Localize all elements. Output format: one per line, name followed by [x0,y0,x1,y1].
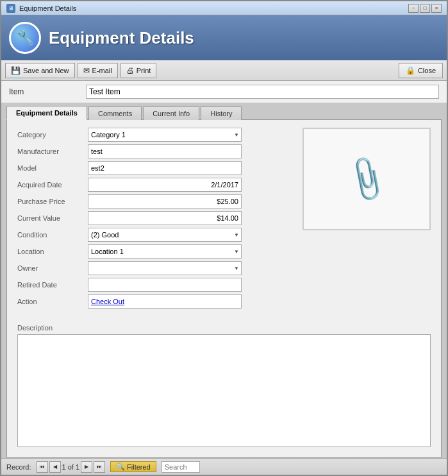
purchase-price-input[interactable] [88,194,242,208]
check-out-link[interactable]: Check Out [91,298,124,305]
email-label: E-mail [92,67,112,74]
close-window-button[interactable]: × [431,4,442,13]
print-label: Print [137,67,151,74]
location-select-wrapper: Location 1 Location 2 [88,244,242,259]
action-field: Check Out [88,294,242,309]
restore-button[interactable]: □ [420,4,430,13]
tab-current-info[interactable]: Current Info [143,106,199,120]
close-button[interactable]: 🔒 Close [399,63,443,78]
minimize-button[interactable]: − [408,4,419,13]
toolbar: 💾 Save and New ✉ E-mail 🖨 Print 🔒 Close [1,60,447,81]
item-label: Item [9,87,86,96]
condition-select[interactable]: (1) Poor (2) Good (3) Excellent [88,228,242,242]
acquired-date-label: Acquired Date [17,181,88,189]
window-icon: 🖥 [6,4,15,13]
paperclip-icon: 📎 [340,153,394,205]
print-icon: 🖨 [126,66,134,75]
location-label: Location [17,248,88,255]
record-label: Record: [6,463,31,471]
header-title: Equipment Details [49,28,194,48]
model-input[interactable] [88,161,242,175]
manufacturer-input[interactable] [88,144,242,158]
condition-row: Condition (1) Poor (2) Good (3) Excellen… [17,228,292,242]
tab-equipment-details[interactable]: Equipment Details [6,106,87,120]
status-bar: Record: ⏮ ◀ 1 of 1 ▶ ⏭ 🔍 Filtered [1,458,447,475]
image-placeholder[interactable]: 📎 [303,128,431,230]
current-value-label: Current Value [17,214,88,222]
next-record-button[interactable]: ▶ [81,461,92,473]
last-record-button[interactable]: ⏭ [94,461,105,473]
item-row: Item [1,81,447,103]
current-value-input[interactable] [88,211,242,225]
title-bar-left: 🖥 Equipment Details [6,4,76,13]
record-count: 1 of 1 [62,463,80,471]
title-bar: 🖥 Equipment Details − □ × [1,1,447,15]
tab-history[interactable]: History [201,106,242,120]
description-area: Description [7,319,441,457]
email-button[interactable]: ✉ E-mail [78,63,118,78]
main-window: 🖥 Equipment Details − □ × 🔧 Equipment De… [0,0,448,476]
condition-label: Condition [17,231,88,239]
model-label: Model [17,164,88,172]
filtered-label: Filtered [127,463,151,471]
manufacturer-label: Manufacturer [17,148,88,155]
owner-select-wrapper [88,261,242,275]
manufacturer-row: Manufacturer [17,144,292,158]
retired-date-label: Retired Date [17,281,88,289]
save-new-button[interactable]: 💾 Save and New [5,63,75,78]
purchase-price-label: Purchase Price [17,198,88,205]
acquired-date-input[interactable] [88,178,242,192]
category-row: Category Category 1 Category 2 [17,128,292,142]
condition-select-wrapper: (1) Poor (2) Good (3) Excellent [88,228,242,242]
tabs-header: Equipment Details Comments Current Info … [6,105,442,119]
item-input[interactable] [86,85,439,99]
save-new-label: Save and New [23,67,69,74]
owner-row: Owner [17,261,292,275]
retired-date-row: Retired Date [17,278,292,292]
nav-controls: ⏮ ◀ 1 of 1 ▶ ⏭ [37,461,106,473]
category-select[interactable]: Category 1 Category 2 [88,128,242,142]
tab-content: Category Category 1 Category 2 Manufactu… [6,119,442,458]
retired-date-input[interactable] [88,278,242,292]
header-area: 🔧 Equipment Details [1,15,447,60]
print-button[interactable]: 🖨 Print [120,63,157,78]
form-area: Category Category 1 Category 2 Manufactu… [7,120,441,319]
header-icon: 🔧 [9,22,41,54]
form-fields: Category Category 1 Category 2 Manufactu… [17,128,292,311]
location-row: Location Location 1 Location 2 [17,244,292,259]
category-select-wrapper: Category 1 Category 2 [88,128,242,142]
window-title: Equipment Details [19,4,76,12]
description-label: Description [17,324,431,332]
tabs-container: Equipment Details Comments Current Info … [1,103,447,458]
filtered-badge: 🔍 Filtered [110,461,156,472]
description-textarea[interactable] [17,334,431,447]
window-controls: − □ × [408,4,442,13]
tab-comments[interactable]: Comments [88,106,142,120]
action-row: Action Check Out [17,294,292,309]
prev-record-button[interactable]: ◀ [49,461,61,473]
acquired-date-row: Acquired Date [17,178,292,192]
email-icon: ✉ [83,66,90,75]
close-icon: 🔒 [406,66,415,75]
first-record-button[interactable]: ⏮ [37,461,48,473]
action-label: Action [17,298,88,305]
owner-label: Owner [17,264,88,272]
purchase-price-row: Purchase Price [17,194,292,208]
current-value-row: Current Value [17,211,292,225]
location-select[interactable]: Location 1 Location 2 [88,244,242,259]
model-row: Model [17,161,292,175]
search-input[interactable] [162,461,200,473]
filtered-icon: 🔍 [116,463,125,471]
owner-select[interactable] [88,261,242,275]
category-label: Category [17,131,88,139]
close-label: Close [418,67,436,74]
save-icon: 💾 [11,66,21,75]
